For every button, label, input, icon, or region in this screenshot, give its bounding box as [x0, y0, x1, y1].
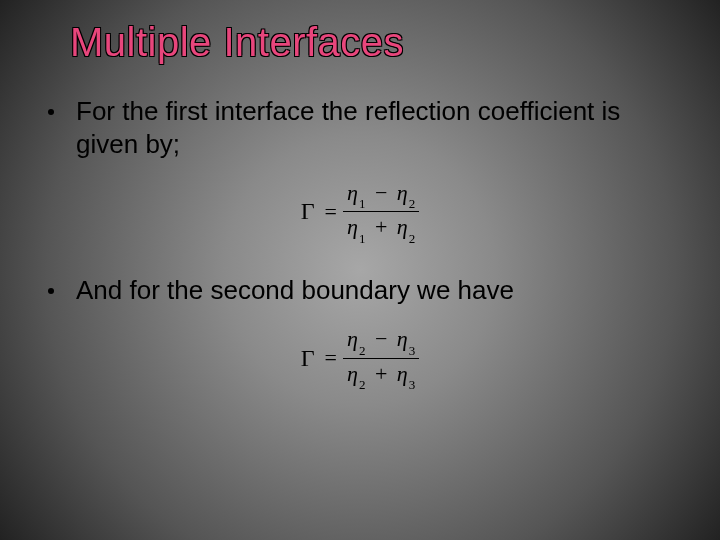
bullet-dot-icon — [48, 109, 54, 115]
f1-den-b-sub: 2 — [409, 231, 416, 246]
bullet-text-2: And for the second boundary we have — [76, 274, 514, 307]
f2-num-b-sub: 3 — [409, 343, 416, 358]
formula-1-lhs: Γ — [301, 198, 315, 225]
slide: Multiple Interfaces For the first interf… — [0, 0, 720, 540]
bullet-item-2: And for the second boundary we have — [40, 274, 680, 307]
formula-1-numerator: η1 − η2 — [343, 180, 419, 209]
f1-num-a-sub: 1 — [359, 196, 366, 211]
formula-2-wrap: Γ = η2 − η3 η2 + η3 — [40, 326, 680, 390]
formula-2-lhs: Γ — [301, 345, 315, 372]
bullet-item-1: For the first interface the reflection c… — [40, 95, 680, 160]
f2-den-a: η — [347, 361, 358, 386]
formula-2: Γ = η2 − η3 η2 + η3 — [301, 326, 420, 390]
slide-title: Multiple Interfaces — [70, 20, 680, 65]
f2-num-b: η — [397, 326, 408, 351]
f1-num-a: η — [347, 180, 358, 205]
formula-1-denominator: η1 + η2 — [343, 214, 419, 243]
fraction-line-icon — [343, 211, 419, 212]
f2-num-a: η — [347, 326, 358, 351]
formula-2-fraction: η2 − η3 η2 + η3 — [343, 326, 419, 390]
f1-den-a-sub: 1 — [359, 231, 366, 246]
f1-num-b: η — [397, 180, 408, 205]
formula-2-numerator: η2 − η3 — [343, 326, 419, 355]
fraction-line-icon — [343, 358, 419, 359]
formula-2-equals: = — [325, 345, 337, 371]
bullet-text-1: For the first interface the reflection c… — [76, 95, 680, 160]
f2-den-b: η — [397, 361, 408, 386]
f2-den-op: + — [375, 361, 387, 386]
formula-1-fraction: η1 − η2 η1 + η2 — [343, 180, 419, 244]
f1-num-b-sub: 2 — [409, 196, 416, 211]
f2-den-b-sub: 3 — [409, 377, 416, 392]
f2-den-a-sub: 2 — [359, 377, 366, 392]
formula-2-denominator: η2 + η3 — [343, 361, 419, 390]
f1-den-b: η — [397, 214, 408, 239]
formula-1: Γ = η1 − η2 η1 + η2 — [301, 180, 420, 244]
f1-num-op: − — [375, 180, 387, 205]
bullet-dot-icon — [48, 288, 54, 294]
f1-den-op: + — [375, 214, 387, 239]
f2-num-a-sub: 2 — [359, 343, 366, 358]
formula-1-equals: = — [325, 199, 337, 225]
formula-1-wrap: Γ = η1 − η2 η1 + η2 — [40, 180, 680, 244]
f1-den-a: η — [347, 214, 358, 239]
f2-num-op: − — [375, 326, 387, 351]
